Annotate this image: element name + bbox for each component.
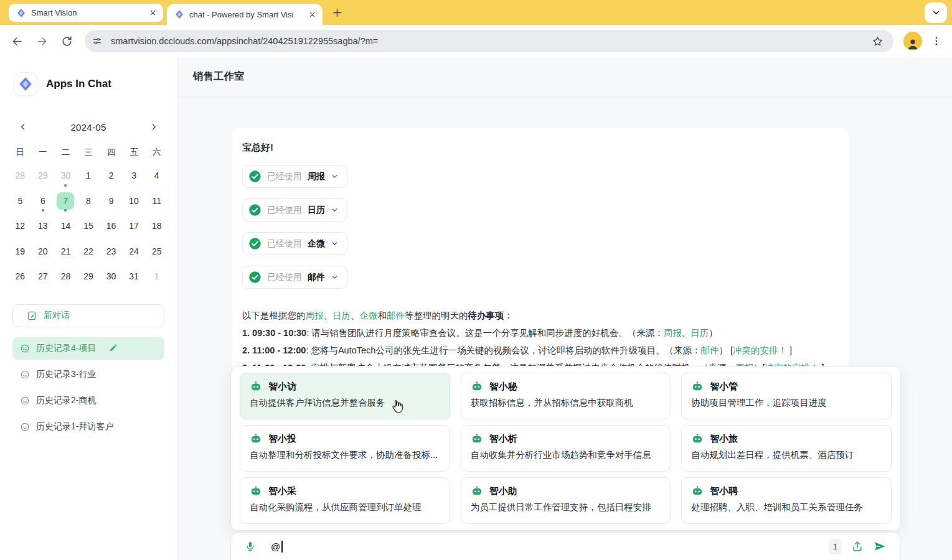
history-item-label: 历史记录2-商机 xyxy=(36,395,96,406)
agent-card[interactable]: 智小析 自动收集并分析行业市场趋势和竞争对手信息 xyxy=(461,425,671,472)
send-icon[interactable] xyxy=(873,539,887,553)
todo-source-link[interactable]: 邮件 xyxy=(700,345,719,355)
chat-smiley-icon xyxy=(20,343,30,353)
profile-avatar[interactable] xyxy=(903,32,922,50)
calendar-day[interactable]: 9 xyxy=(100,189,123,214)
agent-description: 自动提供客户拜访信息并整合服务 xyxy=(250,397,440,409)
calendar-day[interactable]: 11 xyxy=(145,189,168,214)
agent-card[interactable]: 智小投 自动整理和分析投标文件要求，协助准备投标... xyxy=(240,425,450,472)
browser-menu-icon[interactable] xyxy=(927,32,946,50)
calendar-day[interactable]: 31 xyxy=(123,264,146,289)
calendar-day[interactable]: 21 xyxy=(54,239,77,264)
agent-card[interactable]: 智小秘 获取招标信息，并从招标信息中获取商机 xyxy=(461,373,671,419)
calendar-day[interactable]: 29 xyxy=(77,264,100,289)
calendar-day[interactable]: 24 xyxy=(123,239,146,264)
workspace-header: 销售工作室 xyxy=(177,57,952,96)
used-tool-prefix: 已经使用 xyxy=(267,272,302,283)
calendar-day[interactable]: 23 xyxy=(100,239,123,264)
calendar-day[interactable]: 27 xyxy=(32,264,55,289)
history-item[interactable]: 历史记录4-项目 xyxy=(12,337,164,360)
calendar-day[interactable]: 22 xyxy=(77,239,100,264)
agent-name: 智小管 xyxy=(710,381,738,393)
calendar-day[interactable]: 6 xyxy=(32,189,55,214)
calendar-day[interactable]: 20 xyxy=(32,239,55,264)
bookmark-star-icon[interactable] xyxy=(870,34,885,49)
used-tool-prefix: 已经使用 xyxy=(267,238,302,250)
new-chat-button[interactable]: 新对话 xyxy=(12,304,164,327)
agent-card[interactable]: 智小访 自动提供客户拜访信息并整合服务 xyxy=(240,373,450,419)
calendar-day[interactable]: 30 xyxy=(100,264,123,289)
todo-source-link[interactable]: 日历 xyxy=(690,328,709,338)
calendar-day[interactable]: 19 xyxy=(9,239,32,264)
calendar-prev-icon[interactable] xyxy=(15,119,31,134)
calendar-day[interactable]: 1 xyxy=(145,264,168,289)
calendar-day[interactable]: 15 xyxy=(77,213,100,239)
used-tool-button[interactable]: 已经使用 日历 xyxy=(242,198,347,222)
chat-content: 宝总好! 已经使用 周报 已经使用 日历 已经使用 企微 已经使用 xyxy=(177,96,952,560)
calendar-day[interactable]: 29 xyxy=(32,163,55,189)
agent-card[interactable]: 智小旅 自动规划出差日程，提供机票、酒店预订 xyxy=(681,425,892,472)
calendar-day[interactable]: 25 xyxy=(145,239,168,264)
back-button[interactable] xyxy=(6,30,27,52)
calendar-day[interactable]: 14 xyxy=(54,213,77,239)
calendar-grid: 28 29 30 1 2 3 4 5 6 7 8 9 10 11 xyxy=(9,163,168,289)
upload-icon[interactable] xyxy=(851,540,864,553)
used-tool-button[interactable]: 已经使用 邮件 xyxy=(242,266,347,289)
text-caret xyxy=(281,541,283,553)
calendar-day[interactable]: 18 xyxy=(145,213,168,239)
calendar-day[interactable]: 16 xyxy=(100,213,123,239)
calendar-day[interactable]: 7 xyxy=(54,189,77,214)
agent-card[interactable]: 智小采 自动化采购流程，从供应商管理到订单处理 xyxy=(240,477,450,524)
calendar-day[interactable]: 30 xyxy=(54,163,77,189)
tab-search-button[interactable] xyxy=(925,2,947,23)
link-email[interactable]: 邮件 xyxy=(387,310,405,320)
tab-title: Smart Vision xyxy=(31,8,142,17)
history-item[interactable]: 历史记录2-商机 xyxy=(12,390,164,412)
new-tab-button[interactable] xyxy=(329,4,346,21)
calendar-day[interactable]: 1 xyxy=(77,163,100,189)
chat-smiley-icon xyxy=(20,396,30,406)
history-item[interactable]: 历史记录3-行业 xyxy=(12,363,164,386)
message-input-value[interactable]: @ xyxy=(271,541,283,553)
agent-name: 智小析 xyxy=(489,433,517,445)
reload-button[interactable] xyxy=(56,30,77,52)
close-tab-icon[interactable] xyxy=(147,7,158,19)
used-tool-prefix: 已经使用 xyxy=(267,171,302,182)
todo-source-link[interactable]: 周报 xyxy=(664,328,682,338)
calendar-day[interactable]: 3 xyxy=(123,163,146,189)
calendar-day[interactable]: 28 xyxy=(9,163,32,189)
calendar-day[interactable]: 5 xyxy=(9,189,32,214)
edit-pencil-icon[interactable] xyxy=(108,343,118,353)
calendar-day[interactable]: 12 xyxy=(9,213,32,239)
microphone-icon[interactable] xyxy=(245,541,256,552)
tab-chat[interactable]: chat - Powered by Smart Visi xyxy=(167,4,323,25)
link-wecom[interactable]: 企微 xyxy=(360,310,378,320)
site-settings-icon[interactable] xyxy=(88,32,106,50)
calendar-day[interactable]: 26 xyxy=(9,264,32,289)
check-circle-icon xyxy=(248,271,262,284)
history-item[interactable]: 历史记录1-拜访客户 xyxy=(12,416,164,438)
agent-card[interactable]: 智小管 协助项目管理工作，追踪项目进度 xyxy=(681,373,892,419)
used-tool-button[interactable]: 已经使用 周报 xyxy=(242,165,347,188)
calendar-next-icon[interactable] xyxy=(146,119,162,134)
chevron-down-icon xyxy=(331,273,339,281)
calendar-day[interactable]: 28 xyxy=(54,264,77,289)
calendar-day[interactable]: 13 xyxy=(32,213,55,239)
forward-button[interactable] xyxy=(31,30,52,52)
agent-card[interactable]: 智小聘 处理招聘、入职、培训和员工关系管理任务 xyxy=(681,477,892,524)
calendar-day[interactable]: 2 xyxy=(100,163,123,189)
used-tool-button[interactable]: 已经使用 企微 xyxy=(242,232,347,255)
calendar-day[interactable]: 8 xyxy=(77,189,100,214)
link-weekly-report[interactable]: 周报 xyxy=(306,310,324,320)
close-tab-icon[interactable] xyxy=(306,9,318,20)
calendar-day[interactable]: 17 xyxy=(123,213,146,239)
agent-picker-panel: 智小访 自动提供客户拜访信息并整合服务 智小秘 获取招标信息，并从招标信息中获取… xyxy=(230,366,901,531)
calendar-day[interactable]: 4 xyxy=(145,163,168,189)
check-circle-icon xyxy=(248,203,262,217)
agent-card[interactable]: 智小助 为员工提供日常工作管理支持，包括日程安排 xyxy=(461,477,671,524)
calendar-day[interactable]: 10 xyxy=(123,189,146,214)
link-calendar[interactable]: 日历 xyxy=(332,310,351,320)
tab-smart-vision[interactable]: Smart Vision xyxy=(9,4,163,22)
message-input-bar[interactable]: @ 1 xyxy=(230,532,901,560)
url-bar[interactable]: smartvision.dcclouds.com/appsinchat/2404… xyxy=(85,30,893,52)
